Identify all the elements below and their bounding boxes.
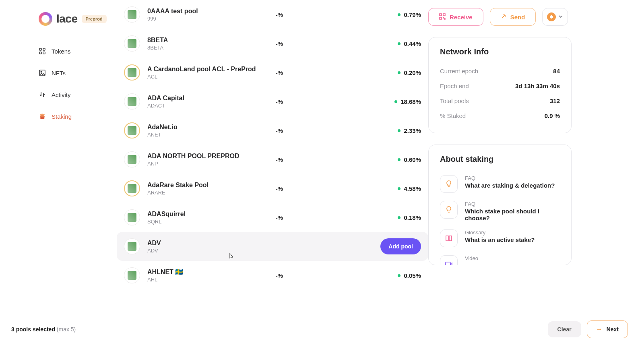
staking-icon — [39, 113, 46, 120]
about-item[interactable]: Glossary What is an active stake? — [440, 225, 560, 251]
clear-button[interactable]: Clear — [548, 321, 581, 337]
pool-name-block: 0AAAA test pool 999 — [147, 8, 260, 22]
status-dot-icon — [394, 100, 397, 103]
sidebar-item-staking[interactable]: Staking — [39, 113, 107, 120]
svg-point-8 — [40, 117, 45, 119]
status-dot-icon — [398, 42, 400, 45]
about-item-title: Which stake pool should I choose? — [465, 208, 560, 221]
pool-col-value: -% — [267, 98, 291, 105]
info-label: Epoch end — [440, 83, 469, 89]
brand-logo-icon — [39, 12, 52, 26]
add-pool-button[interactable]: Add pool — [380, 238, 421, 254]
about-staking-panel: About staking FAQ What are staking & del… — [428, 145, 572, 265]
pool-col-value: -% — [267, 127, 291, 134]
topbar: Receive Send — [428, 8, 572, 26]
footer-bar: 3 pools selected (max 5) Clear → Next — [0, 315, 644, 343]
pool-ros: 0.20% — [385, 69, 421, 76]
pool-name: ADV — [147, 240, 260, 247]
network-info-row: Epoch end3d 13h 33m 40s — [440, 79, 560, 93]
pool-ticker: ANET — [147, 132, 260, 138]
pool-row[interactable]: AHLNET 🇸🇪 AHL -% 0.05% — [117, 261, 428, 290]
video-icon — [440, 255, 458, 265]
svg-point-5 — [41, 71, 42, 72]
pool-ros-value: 0.18% — [404, 214, 421, 221]
about-item[interactable]: Video — [440, 251, 560, 265]
pool-ros: 0.79% — [385, 11, 421, 18]
about-item-title: What is an active stake? — [465, 236, 535, 243]
pool-col-value: -% — [267, 69, 291, 76]
pool-col-value: -% — [267, 214, 291, 221]
network-info-panel: Network Info Current epoch84Epoch end3d … — [428, 37, 572, 133]
pool-list: 0AAAA test pool 999 -% 0.79% 8BETA 8BETA… — [117, 0, 428, 343]
pool-avatar-icon — [124, 180, 140, 196]
pool-ticker: ANP — [147, 161, 260, 167]
about-item[interactable]: FAQ What are staking & delegation? — [440, 171, 560, 197]
chevron-down-icon — [558, 14, 563, 20]
pool-name-block: 8BETA 8BETA — [147, 37, 260, 51]
status-dot-icon — [398, 187, 400, 190]
pool-row[interactable]: 0AAAA test pool 999 -% 0.79% — [117, 0, 428, 29]
pool-avatar-icon — [124, 238, 140, 254]
footer-selection-status: 3 pools selected (max 5) — [11, 326, 76, 333]
pool-row[interactable]: ADA NORTH POOL PREPROD ANP -% 0.60% — [117, 145, 428, 174]
pool-name-block: ADV ADV — [147, 240, 260, 254]
info-value: 3d 13h 33m 40s — [515, 83, 560, 89]
pool-ros: 0.44% — [385, 40, 421, 47]
sidebar-nav: Tokens NFTs Activity Staking — [39, 48, 107, 120]
about-item-category: Video — [465, 255, 478, 261]
pool-row[interactable]: ADA Capital ADACT -% 18.68% — [117, 87, 428, 116]
sidebar-item-nfts[interactable]: NFTs — [39, 69, 107, 76]
about-item-category: FAQ — [465, 201, 560, 207]
pool-ros: 0.60% — [385, 156, 421, 163]
pool-name: AdaNet.io — [147, 124, 260, 131]
send-button[interactable]: Send — [490, 8, 536, 26]
about-item-text: FAQ What are staking & delegation? — [465, 175, 555, 189]
sidebar-item-tokens[interactable]: Tokens — [39, 48, 107, 55]
status-dot-icon — [398, 274, 400, 277]
pool-ticker: ADACT — [147, 103, 260, 109]
pool-row[interactable]: ADV ADV Add pool — [117, 232, 428, 261]
book-icon — [440, 229, 458, 247]
brand: lace Preprod — [39, 12, 107, 26]
about-item-category: FAQ — [465, 175, 555, 181]
pool-ros-value: 2.33% — [404, 127, 421, 134]
pool-ros-value: 0.05% — [404, 272, 421, 279]
pool-ticker: ADV — [147, 248, 260, 254]
svg-rect-11 — [440, 17, 442, 19]
pool-ros: 0.05% — [385, 272, 421, 279]
sidebar-item-activity[interactable]: Activity — [39, 91, 107, 98]
status-dot-icon — [398, 216, 400, 219]
send-label: Send — [510, 14, 525, 21]
activity-icon — [39, 91, 46, 98]
pool-row[interactable]: 8BETA 8BETA -% 0.44% — [117, 29, 428, 58]
pool-name-block: ADASquirrel SQRL — [147, 211, 260, 225]
next-button[interactable]: → Next — [587, 320, 628, 338]
about-item-title: What are staking & delegation? — [465, 182, 555, 189]
pool-name: ADASquirrel — [147, 211, 260, 218]
pool-ticker: 8BETA — [147, 45, 260, 51]
pool-avatar-icon — [124, 6, 140, 23]
sidebar-item-label: Staking — [52, 113, 72, 120]
info-label: Total pools — [440, 97, 469, 104]
pool-avatar-icon — [124, 151, 140, 167]
pool-col-value: -% — [267, 272, 291, 279]
about-item[interactable]: FAQ Which stake pool should I choose? — [440, 197, 560, 225]
pool-name: ADA NORTH POOL PREPROD — [147, 153, 260, 160]
network-info-title: Network Info — [440, 47, 560, 56]
pool-name-block: A CardanoLand pool ACL - PreProd ACL — [147, 66, 260, 80]
network-info-row: Current epoch84 — [440, 64, 560, 79]
about-item-text: FAQ Which stake pool should I choose? — [465, 201, 560, 221]
pool-row[interactable]: AdaRare Stake Pool ARARE -% 4.58% — [117, 174, 428, 203]
pool-avatar-icon — [124, 267, 140, 283]
pool-col-value: -% — [267, 185, 291, 192]
receive-button[interactable]: Receive — [428, 8, 483, 26]
pool-row[interactable]: A CardanoLand pool ACL - PreProd ACL -% … — [117, 58, 428, 87]
pool-col-value: -% — [267, 40, 291, 47]
pool-ros-value: 0.79% — [404, 11, 421, 18]
pool-row[interactable]: ADASquirrel SQRL -% 0.18% — [117, 203, 428, 232]
pool-row[interactable]: AdaNet.io ANET -% 2.33% — [117, 116, 428, 145]
status-dot-icon — [398, 129, 400, 132]
account-menu-button[interactable] — [542, 8, 568, 26]
arrow-right-icon: → — [596, 326, 603, 333]
status-dot-icon — [398, 71, 400, 74]
